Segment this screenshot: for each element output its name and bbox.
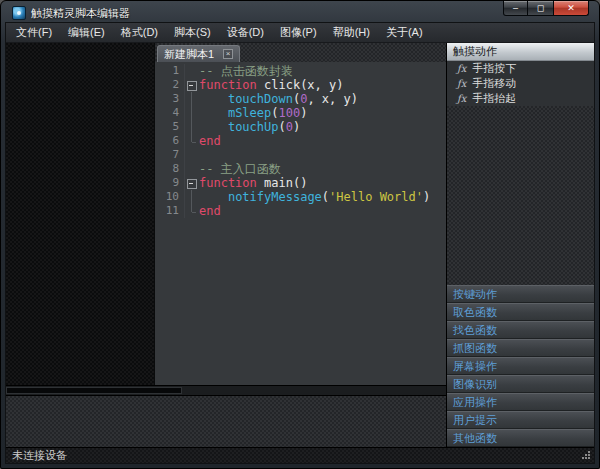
menu-item[interactable]: 设备(D) xyxy=(219,23,272,42)
menu-item[interactable]: 编辑(E) xyxy=(60,23,113,42)
token-plain: , x, y) xyxy=(307,92,358,106)
token-number: 0 xyxy=(286,120,293,134)
menu-item[interactable]: 文件(F) xyxy=(8,23,60,42)
fold-guide xyxy=(185,148,198,162)
token-comment: -- 点击函数封装 xyxy=(199,64,293,78)
fold-guide xyxy=(185,120,198,134)
panel-header[interactable]: 抓图函数 xyxy=(447,339,594,357)
menu-item[interactable]: 脚本(S) xyxy=(166,23,219,42)
close-icon: ✕ xyxy=(567,4,575,13)
panel-header-touch-actions[interactable]: 触摸动作 xyxy=(447,43,594,61)
close-button[interactable]: ✕ xyxy=(553,1,589,16)
minimize-button[interactable]: – xyxy=(503,1,528,16)
token-comment: -- 主入口函数 xyxy=(199,162,281,176)
code-line: 3 touchDown(0, x, y) xyxy=(155,92,446,106)
panel-header[interactable]: 其他函数 xyxy=(447,429,594,447)
token-builtin: touchDown xyxy=(228,92,293,106)
app-window: 触摸精灵脚本编辑器 – ◻ ✕ 文件(F)编辑(E)格式(D)脚本(S)设备(D… xyxy=(0,0,600,469)
script-editor: 新建脚本1 × 1-- 点击函数封装2function click(x, y)3… xyxy=(154,43,446,385)
content-area: 新建脚本1 × 1-- 点击函数封装2function click(x, y)3… xyxy=(6,43,594,447)
collapsed-panel-list: 按键动作取色函数找色函数抓图函数屏幕操作图像识别应用操作用户提示其他函数 xyxy=(447,285,594,447)
code-line: 2function click(x, y) xyxy=(155,78,446,92)
code-text: end xyxy=(198,134,221,148)
token-plain: ( xyxy=(278,120,285,134)
token-plain: ( xyxy=(322,190,329,204)
line-number: 11 xyxy=(155,204,185,218)
token-plain: ) xyxy=(300,106,307,120)
code-line: 4 mSleep(100) xyxy=(155,106,446,120)
function-item[interactable]: ƒx手指按下 xyxy=(447,61,594,76)
code-text: mSleep(100) xyxy=(198,106,307,120)
function-item[interactable]: ƒx手指抬起 xyxy=(447,91,594,106)
code-line: 9function main() xyxy=(155,176,446,190)
menu-item[interactable]: 帮助(H) xyxy=(325,23,378,42)
token-keyword: function xyxy=(199,78,257,92)
status-bar: 未连接设备 xyxy=(6,447,594,463)
maximize-icon: ◻ xyxy=(537,4,544,13)
bottom-panel xyxy=(6,395,446,447)
work-area: 新建脚本1 × 1-- 点击函数封装2function click(x, y)3… xyxy=(6,43,446,385)
line-number: 1 xyxy=(155,64,185,78)
function-item[interactable]: ƒx手指移动 xyxy=(447,76,594,91)
line-number: 3 xyxy=(155,92,185,106)
code-editor[interactable]: 1-- 点击函数封装2function click(x, y)3 touchDo… xyxy=(155,62,446,385)
function-icon: ƒx xyxy=(457,78,466,89)
function-item-label: 手指抬起 xyxy=(472,91,516,106)
code-text: -- 主入口函数 xyxy=(198,162,281,176)
resize-grip[interactable] xyxy=(581,450,591,460)
token-string: 'Hello World' xyxy=(329,190,423,204)
fold-guide xyxy=(185,64,198,78)
code-text: function main() xyxy=(198,176,307,190)
line-number: 4 xyxy=(155,106,185,120)
panel-header[interactable]: 应用操作 xyxy=(447,393,594,411)
token-builtin: touchUp xyxy=(228,120,279,134)
tab-close-icon[interactable]: × xyxy=(223,49,233,59)
tab-new-script[interactable]: 新建脚本1 × xyxy=(157,45,240,62)
token-keyword: function xyxy=(199,176,257,190)
menubar: 文件(F)编辑(E)格式(D)脚本(S)设备(D)图像(P)帮助(H)关于(A) xyxy=(6,23,594,43)
scrollbar-thumb[interactable] xyxy=(6,387,182,394)
horizontal-scrollbar[interactable] xyxy=(6,385,446,395)
token-plain: ( xyxy=(271,106,278,120)
code-line: 8-- 主入口函数 xyxy=(155,162,446,176)
token-plain: ) xyxy=(293,120,300,134)
panel-header[interactable]: 找色函数 xyxy=(447,321,594,339)
sidebar-filler xyxy=(447,106,594,285)
line-number: 6 xyxy=(155,134,185,148)
fold-guide xyxy=(185,162,198,176)
panel-header[interactable]: 按键动作 xyxy=(447,285,594,303)
code-text: touchUp(0) xyxy=(198,120,300,134)
code-text: notifyMessage('Hello World') xyxy=(198,190,430,204)
app-frame: 文件(F)编辑(E)格式(D)脚本(S)设备(D)图像(P)帮助(H)关于(A)… xyxy=(5,22,595,464)
menu-item[interactable]: 关于(A) xyxy=(378,23,431,42)
line-number: 7 xyxy=(155,148,185,162)
code-text: end xyxy=(198,204,221,218)
panel-header[interactable]: 用户提示 xyxy=(447,411,594,429)
code-line: 10 notifyMessage('Hello World') xyxy=(155,190,446,204)
function-sidebar: 触摸动作 ƒx手指按下ƒx手指移动ƒx手指抬起 按键动作取色函数找色函数抓图函数… xyxy=(446,43,594,447)
token-plain xyxy=(199,106,228,120)
panel-header[interactable]: 图像识别 xyxy=(447,375,594,393)
window-controls: – ◻ ✕ xyxy=(503,1,589,16)
function-icon: ƒx xyxy=(457,93,466,104)
minimize-icon: – xyxy=(513,4,518,13)
line-number: 2 xyxy=(155,78,185,92)
panel-header[interactable]: 取色函数 xyxy=(447,303,594,321)
function-item-label: 手指移动 xyxy=(472,76,516,91)
app-icon[interactable] xyxy=(12,6,26,20)
code-line: 1-- 点击函数封装 xyxy=(155,64,446,78)
fold-marker-icon[interactable] xyxy=(185,78,198,92)
token-builtin: notifyMessage xyxy=(228,190,322,204)
token-plain xyxy=(199,120,228,134)
code-text: touchDown(0, x, y) xyxy=(198,92,358,106)
fold-guide xyxy=(185,106,198,120)
line-number: 10 xyxy=(155,190,185,204)
code-line: 11end xyxy=(155,204,446,218)
menu-item[interactable]: 图像(P) xyxy=(272,23,325,42)
panel-header[interactable]: 屏幕操作 xyxy=(447,357,594,375)
function-icon: ƒx xyxy=(457,63,466,74)
menu-item[interactable]: 格式(D) xyxy=(113,23,166,42)
fold-guide xyxy=(185,190,198,204)
maximize-button[interactable]: ◻ xyxy=(528,1,553,16)
fold-marker-icon[interactable] xyxy=(185,176,198,190)
